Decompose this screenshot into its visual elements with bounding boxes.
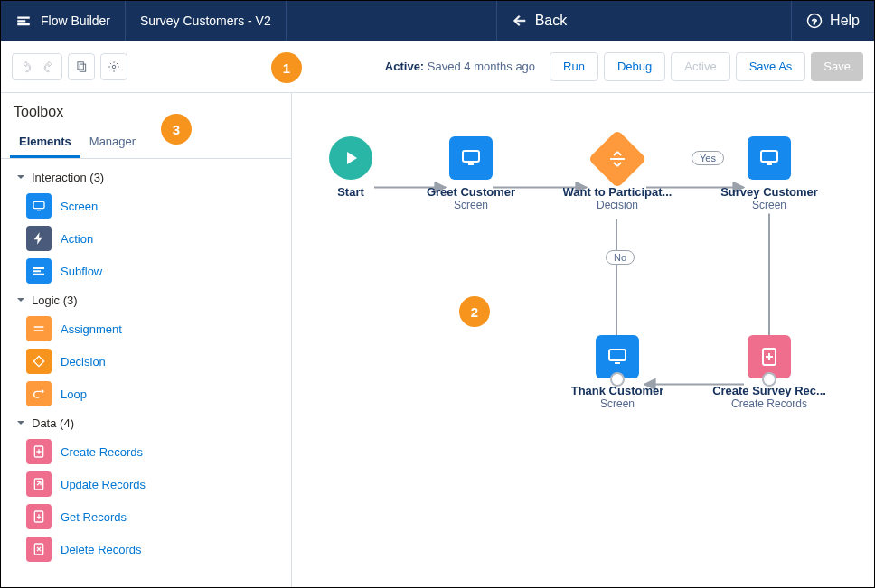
redo-button[interactable] — [39, 61, 58, 73]
element-label: Get Records — [61, 510, 127, 524]
flow-status: Active: Saved 4 months ago — [385, 60, 535, 73]
delete-icon — [26, 537, 52, 562]
button-bar: Active: Saved 4 months ago Run Debug Act… — [1, 41, 874, 93]
element-label: Decision — [61, 355, 106, 369]
create-icon — [26, 439, 52, 464]
copy-icon — [75, 61, 88, 73]
node-want-title: Want to Participat... — [563, 185, 673, 199]
category-label: Interaction (3) — [32, 171, 104, 184]
element-assignment[interactable]: Assignment — [1, 313, 291, 345]
back-button[interactable]: Back — [496, 1, 582, 41]
debug-button[interactable]: Debug — [604, 52, 665, 81]
element-loop[interactable]: Loop — [1, 378, 291, 410]
category-label: Data (4) — [32, 416, 74, 430]
screen-icon — [748, 136, 791, 180]
svg-point-4 — [112, 65, 116, 69]
element-decision[interactable]: Decision — [1, 345, 291, 378]
toolbox-title: Toolbox — [1, 93, 291, 126]
node-start-title: Start — [337, 185, 364, 199]
subflow-icon — [26, 258, 52, 284]
settings-button[interactable] — [100, 53, 127, 80]
svg-rect-7 — [33, 356, 43, 366]
fault-connector-icon[interactable] — [762, 372, 776, 387]
svg-rect-12 — [463, 151, 479, 162]
app-title-section: Flow Builder — [1, 1, 126, 41]
callout-3: 3 — [161, 114, 192, 145]
category-header[interactable]: Logic (3) — [1, 287, 291, 313]
element-label: Update Records — [61, 478, 146, 491]
screen-icon — [596, 335, 639, 378]
category-header[interactable]: Interaction (3) — [1, 164, 291, 190]
svg-rect-5 — [33, 201, 44, 208]
element-label: Screen — [61, 200, 98, 213]
node-survey-title: Survey Customer — [720, 185, 818, 199]
node-create-survey-record[interactable]: Create Survey Rec... Create Records — [706, 335, 833, 410]
update-icon — [26, 471, 52, 497]
node-survey-customer[interactable]: Survey Customer Screen — [706, 136, 833, 211]
screen-icon — [26, 193, 52, 219]
svg-rect-17 — [615, 362, 620, 364]
gear-icon — [108, 61, 120, 73]
element-label: Loop — [61, 387, 87, 401]
run-button[interactable]: Run — [550, 52, 598, 81]
tab-manager[interactable]: Manager — [80, 126, 145, 158]
edge-label-yes[interactable]: Yes — [692, 151, 724, 165]
save-as-button[interactable]: Save As — [736, 52, 806, 81]
create-records-icon — [748, 335, 791, 378]
element-create-records[interactable]: Create Records — [1, 435, 291, 468]
svg-rect-14 — [761, 151, 777, 162]
copy-button[interactable] — [68, 53, 95, 80]
element-action[interactable]: Action — [1, 222, 291, 255]
element-label: Create Records — [61, 445, 143, 459]
edge-label-no[interactable]: No — [606, 250, 635, 265]
toolbox-sidebar: Toolbox Elements Manager Interaction (3)… — [1, 93, 292, 588]
node-start[interactable]: Start — [292, 136, 414, 199]
element-list: Interaction (3)ScreenActionSubflowLogic … — [1, 159, 291, 588]
chevron-down-icon — [14, 415, 28, 430]
element-label: Delete Records — [61, 543, 142, 556]
element-label: Action — [61, 232, 93, 246]
status-label: Active: — [385, 60, 424, 73]
decision-icon — [588, 129, 646, 188]
node-want-participate[interactable]: Want to Participat... Decision — [554, 138, 681, 211]
help-label: Help — [830, 13, 860, 29]
chevron-down-icon — [14, 170, 28, 184]
category-header[interactable]: Data (4) — [1, 410, 291, 435]
svg-rect-3 — [80, 64, 85, 71]
svg-rect-15 — [767, 163, 772, 165]
callout-2: 2 — [459, 296, 490, 327]
flow-name: Survey Customers - V2 — [140, 14, 271, 28]
svg-rect-16 — [609, 350, 626, 360]
svg-rect-13 — [468, 163, 474, 165]
undo-redo-group — [12, 53, 62, 80]
tab-elements[interactable]: Elements — [10, 126, 80, 158]
flow-canvas[interactable]: Yes No Start Greet Customer Screen Want … — [292, 93, 874, 588]
fault-connector-icon[interactable] — [610, 372, 625, 387]
decision-icon — [26, 349, 52, 374]
app-title: Flow Builder — [41, 14, 110, 28]
get-icon — [26, 504, 52, 529]
node-survey-sub: Screen — [752, 199, 786, 211]
node-want-sub: Decision — [597, 199, 638, 211]
node-greet-customer[interactable]: Greet Customer Screen — [408, 136, 534, 211]
flow-name-section[interactable]: Survey Customers - V2 — [126, 1, 287, 41]
element-delete-records[interactable]: Delete Records — [1, 533, 291, 565]
svg-text:?: ? — [812, 16, 817, 26]
element-label: Assignment — [61, 322, 122, 336]
node-thank-customer[interactable]: Thank Customer Screen — [554, 335, 681, 410]
screen-icon — [449, 136, 493, 180]
back-label: Back — [535, 13, 568, 29]
node-thank-sub: Screen — [600, 397, 635, 410]
callout-1: 1 — [271, 52, 302, 83]
redo-icon — [42, 61, 55, 73]
element-screen[interactable]: Screen — [1, 190, 291, 222]
loop-icon — [26, 381, 52, 406]
toolbox-tabs: Elements Manager — [1, 126, 291, 159]
element-update-records[interactable]: Update Records — [1, 468, 291, 500]
help-button[interactable]: ? Help — [791, 1, 874, 41]
undo-button[interactable] — [16, 61, 35, 73]
element-get-records[interactable]: Get Records — [1, 500, 291, 533]
element-subflow[interactable]: Subflow — [1, 255, 291, 287]
flow-builder-logo-icon — [15, 13, 32, 29]
element-label: Subflow — [61, 265, 102, 278]
